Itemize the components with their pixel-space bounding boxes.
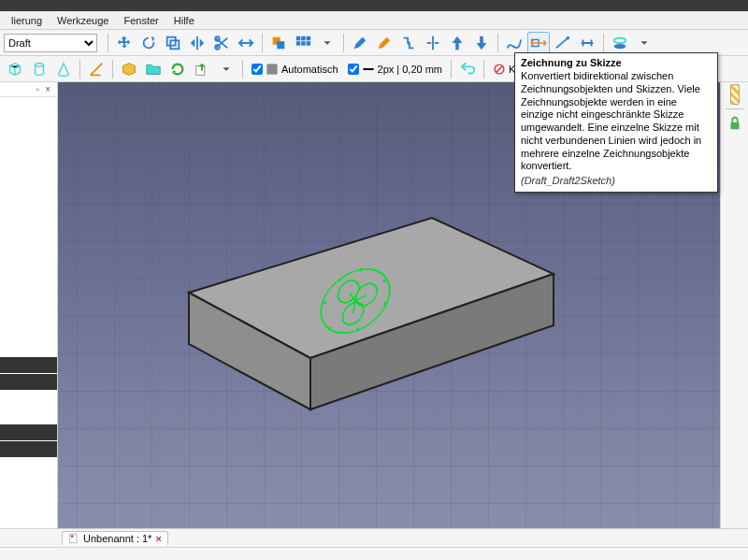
svg-point-17 [567,36,570,39]
svg-rect-7 [301,36,306,40]
autostyle-toggle[interactable]: Automatisch [248,63,342,76]
move-icon[interactable] [113,32,136,54]
tooltip-body: Konvertiert bidirektional zwischen Zeich… [515,70,717,175]
document-tab-bar: Unbenannt : 1* × [0,528,748,547]
svg-point-20 [36,63,44,66]
document-tab[interactable]: Unbenannt : 1* × [62,531,168,545]
svg-point-18 [614,37,626,42]
cone-icon[interactable] [52,58,75,80]
warning-strip-icon[interactable] [730,84,740,105]
cylinder-icon[interactable] [28,58,50,80]
export-dropdown-icon[interactable] [215,58,237,80]
tooltip-title: Zeichnung zu Skizze [515,53,717,70]
svg-rect-10 [301,41,306,46]
svg-rect-51 [71,535,73,537]
side-panel: ▫ × [0,82,58,528]
angle-icon[interactable] [85,58,108,80]
window-titlebar [0,0,748,11]
menu-item-window[interactable]: Fenster [116,13,165,28]
svg-point-19 [614,43,626,48]
menu-item-help[interactable]: Hilfe [166,13,202,28]
svg-point-48 [338,278,342,281]
autostyle-icon [266,63,279,76]
lineweight-icon [362,63,375,76]
flipdim-icon[interactable] [576,32,598,54]
separator [603,34,604,52]
edit-icon[interactable] [349,32,371,54]
status-bar [0,547,748,560]
svg-rect-5 [277,41,284,49]
svg-rect-50 [70,534,77,543]
undo-style-icon[interactable] [456,58,479,80]
separator [242,60,243,79]
svg-rect-8 [307,36,311,40]
separator [79,60,80,79]
array-dropdown-icon[interactable] [316,32,338,54]
mirror-icon[interactable] [186,32,209,54]
split-icon[interactable] [422,32,444,54]
lineweight-label: 2px | 0,20 mm [378,64,443,75]
stretch-icon[interactable] [235,32,257,54]
autostyle-label: Automatisch [281,64,338,75]
property-panel[interactable] [0,340,57,528]
separator [726,108,744,109]
clone-icon[interactable] [267,32,290,54]
lineweight-field[interactable]: 2px | 0,20 mm [344,63,447,76]
svg-point-45 [355,328,359,332]
separator [483,60,484,79]
svg-line-25 [496,65,503,72]
separator [262,34,263,52]
menu-item-modelling[interactable]: lierung [4,13,50,28]
svg-rect-6 [296,36,301,40]
downgrade-icon[interactable] [470,32,493,54]
svg-point-47 [324,301,327,305]
menu-bar: lierung Werkzeuge Fenster Hilfe [0,11,748,30]
offset-icon[interactable] [162,32,184,54]
new-icon[interactable] [118,58,140,80]
autostyle-checkbox[interactable] [252,64,263,75]
property-row[interactable] [0,374,57,391]
workbench-selector[interactable]: Draft [4,34,97,52]
prohibit-icon [493,63,506,76]
slope-icon[interactable] [552,32,574,54]
wire2bspline-icon[interactable] [503,32,525,54]
separator [108,34,108,52]
lineweight-checkbox[interactable] [348,64,359,75]
property-row[interactable] [0,357,57,374]
shape2d-dropdown-icon[interactable] [633,32,655,54]
subelement-icon[interactable] [373,32,396,54]
side-panel-pin-icon[interactable]: ▫ [34,84,43,94]
draft-to-sketch-icon[interactable] [527,32,550,54]
separator [497,34,498,52]
upgrade-icon[interactable] [446,32,468,54]
shape2d-icon[interactable] [609,32,631,54]
separator [343,34,344,52]
tree-view[interactable] [0,97,57,340]
property-row[interactable] [0,441,57,458]
menu-item-tools[interactable]: Werkzeuge [50,13,116,28]
right-tool-strip [720,82,748,528]
refresh-icon[interactable] [166,58,189,80]
tooltip-command: (Draft_Draft2Sketch) [515,175,717,192]
svg-point-42 [359,268,363,272]
document-tab-close-icon[interactable]: × [155,533,161,544]
svg-rect-11 [307,41,311,46]
property-row[interactable] [0,424,57,441]
join-icon[interactable] [397,32,420,54]
lock-icon[interactable] [725,113,745,134]
svg-point-41 [341,301,366,326]
command-tooltip: Zeichnung zu Skizze Konvertiert bidirekt… [514,52,718,193]
export-icon[interactable] [191,58,213,80]
side-panel-header: ▫ × [0,82,57,97]
array-icon[interactable] [292,32,314,54]
separator [112,60,113,79]
side-panel-close-icon[interactable]: × [42,84,53,94]
svg-point-43 [382,279,386,282]
freecad-doc-icon [68,533,79,544]
folder-open-icon[interactable] [142,58,165,80]
svg-rect-49 [730,122,739,129]
box-icon[interactable] [4,58,26,80]
svg-rect-9 [296,41,301,46]
trim-icon[interactable] [210,32,233,54]
rotate-icon[interactable] [137,32,160,54]
